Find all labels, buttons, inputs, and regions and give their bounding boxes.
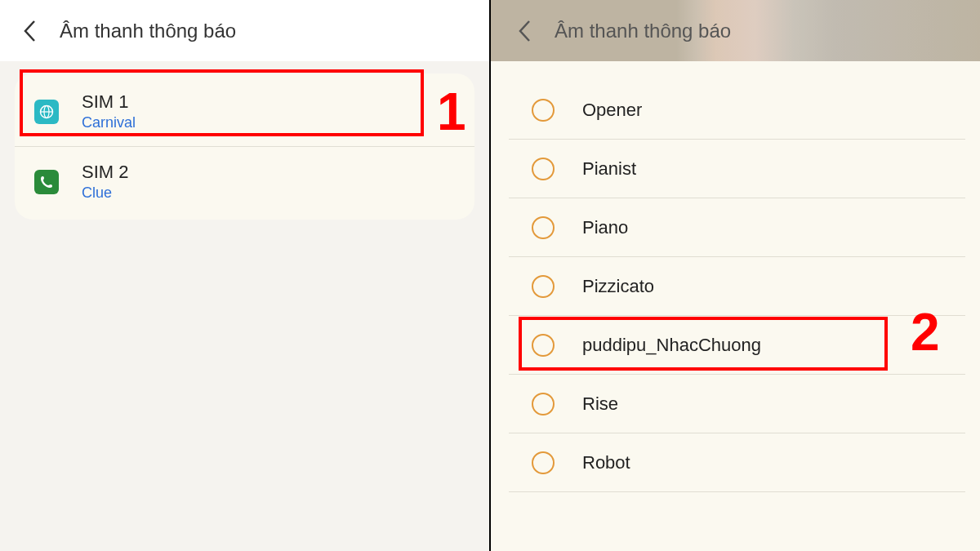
sound-label: Opener xyxy=(582,100,642,121)
sim-item-1[interactable]: SIM 1 Carnival xyxy=(15,77,474,146)
sim-globe-icon xyxy=(34,100,59,124)
back-button-left[interactable] xyxy=(20,21,40,41)
radio-icon xyxy=(532,334,555,357)
radio-icon xyxy=(532,451,555,474)
sim-2-label: SIM 2 xyxy=(82,162,128,183)
sim-item-2[interactable]: SIM 2 Clue xyxy=(15,146,474,216)
chevron-left-icon xyxy=(23,20,38,42)
page-title-left: Âm thanh thông báo xyxy=(60,20,236,42)
sound-item-opener[interactable]: Opener xyxy=(509,81,965,140)
sim-phone-icon xyxy=(34,170,59,194)
sound-item-piano[interactable]: Piano xyxy=(509,198,965,257)
right-header: Âm thanh thông báo xyxy=(491,0,980,61)
sound-item-robot[interactable]: Robot xyxy=(509,433,965,492)
sound-item-pizzicato[interactable]: Pizzicato xyxy=(509,257,965,316)
sound-item-pianist[interactable]: Pianist xyxy=(509,140,965,198)
sim-2-texts: SIM 2 Clue xyxy=(82,162,128,202)
sim-list-card: SIM 1 Carnival SIM 2 Clue xyxy=(15,73,474,220)
page-title-right: Âm thanh thông báo xyxy=(555,20,731,42)
sim-1-sub: Carnival xyxy=(82,114,136,131)
sound-label: Robot xyxy=(582,452,630,473)
sound-label: Pianist xyxy=(582,158,636,180)
back-button-right[interactable] xyxy=(515,21,535,41)
chevron-left-icon xyxy=(518,20,532,42)
sound-item-puddipu[interactable]: puddipu_NhacChuong xyxy=(509,316,965,375)
radio-icon xyxy=(532,158,555,180)
radio-icon xyxy=(532,99,555,122)
radio-icon xyxy=(532,393,555,415)
sim-2-sub: Clue xyxy=(82,184,128,202)
sim-1-texts: SIM 1 Carnival xyxy=(82,91,136,131)
sound-list-card: Opener Pianist Piano Pizzicato puddipu_N… xyxy=(509,81,965,492)
sound-label: Piano xyxy=(582,217,628,238)
radio-icon xyxy=(532,216,555,239)
sound-label: Pizzicato xyxy=(582,276,654,297)
sim-1-label: SIM 1 xyxy=(82,91,136,113)
sound-label: Rise xyxy=(582,393,618,415)
sound-label: puddipu_NhacChuong xyxy=(582,335,761,356)
right-pane: Âm thanh thông báo Opener Pianist Piano … xyxy=(491,0,980,551)
left-pane: Âm thanh thông báo SIM 1 Carnival xyxy=(0,0,489,551)
left-header: Âm thanh thông báo xyxy=(0,0,489,61)
sound-item-rise[interactable]: Rise xyxy=(509,375,965,433)
radio-icon xyxy=(532,275,555,298)
